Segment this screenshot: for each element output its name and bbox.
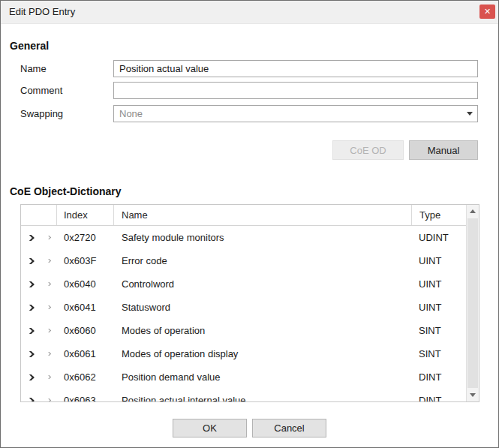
expand-cell: [21, 281, 39, 287]
table-row[interactable]: 0x6040 Controlword UINT: [21, 272, 466, 296]
expand-chevron-icon[interactable]: [26, 374, 34, 380]
close-icon: ✕: [484, 7, 491, 16]
row-type-cell: DINT: [411, 395, 466, 401]
comment-label: Comment: [20, 85, 113, 96]
table-header-row: Index Name Type: [21, 205, 466, 226]
coe-od-button[interactable]: CoE OD: [332, 140, 404, 160]
sub-expand-cell: [39, 329, 57, 332]
source-toggle-buttons: CoE OD Manual: [332, 140, 478, 160]
row-type-cell: UINT: [411, 255, 466, 266]
row-name-cell: Safety module monitors: [114, 232, 411, 243]
index-column-header[interactable]: Index: [57, 205, 114, 225]
row-name-cell: Modes of operation: [114, 325, 411, 336]
name-label: Name: [20, 63, 113, 74]
sub-expand-chevron-icon[interactable]: [45, 352, 50, 356]
chevron-down-icon: [467, 112, 473, 116]
ok-button[interactable]: OK: [173, 419, 247, 437]
expand-chevron-icon[interactable]: [26, 351, 34, 357]
sub-expand-chevron-icon[interactable]: [45, 329, 50, 332]
row-type-cell: UDINT: [411, 232, 466, 243]
expander-column-header: [21, 205, 57, 225]
general-section-title: General: [10, 40, 49, 52]
dialog-footer: OK Cancel: [1, 419, 498, 437]
expand-chevron-icon[interactable]: [26, 398, 34, 402]
expand-chevron-icon[interactable]: [26, 281, 34, 287]
table-row[interactable]: 0x6063 Position actual internal value DI…: [21, 389, 466, 401]
row-type-cell: DINT: [411, 371, 466, 383]
manual-button[interactable]: Manual: [409, 140, 478, 160]
sub-expand-chevron-icon[interactable]: [45, 259, 50, 263]
row-index-cell: 0x6061: [57, 348, 114, 359]
sub-expand-cell: [39, 236, 57, 239]
table-body: 0x2720 Safety module monitors UDINT 0x60…: [21, 226, 466, 401]
row-name-cell: Error code: [114, 255, 411, 266]
name-column-header[interactable]: Name: [114, 205, 411, 225]
vertical-scrollbar[interactable]: [466, 205, 479, 401]
edit-pdo-entry-dialog: Edit PDO Entry ✕ General Name Comment Sw…: [0, 0, 499, 448]
expand-cell: [21, 351, 39, 357]
swapping-field-row: Swapping None: [20, 105, 478, 122]
sub-expand-chevron-icon[interactable]: [45, 305, 50, 309]
comment-input[interactable]: [113, 82, 478, 99]
sub-expand-cell: [39, 282, 57, 286]
row-index-cell: 0x2720: [57, 232, 114, 243]
row-name-cell: Position actual internal value: [114, 395, 411, 401]
name-field-row: Name: [20, 60, 478, 77]
name-input[interactable]: [113, 60, 478, 77]
expand-cell: [21, 235, 39, 241]
table-row[interactable]: 0x6060 Modes of operation SINT: [21, 319, 466, 342]
row-name-cell: Controlword: [114, 278, 411, 290]
sub-expand-chevron-icon[interactable]: [45, 236, 50, 239]
swapping-selected-value: None: [119, 108, 467, 119]
row-index-cell: 0x6063: [57, 395, 114, 401]
row-index-cell: 0x6060: [57, 325, 114, 336]
row-index-cell: 0x603F: [57, 255, 114, 266]
sub-expand-cell: [39, 375, 57, 379]
dialog-title: Edit PDO Entry: [9, 1, 75, 23]
expand-cell: [21, 305, 39, 311]
sub-expand-cell: [39, 305, 57, 309]
table-row[interactable]: 0x2720 Safety module monitors UDINT: [21, 226, 466, 249]
expand-chevron-icon[interactable]: [26, 328, 34, 334]
triangle-up-icon: [470, 209, 476, 213]
row-type-cell: SINT: [411, 348, 466, 359]
row-name-cell: Modes of operation display: [114, 348, 411, 359]
sub-expand-chevron-icon[interactable]: [45, 398, 50, 401]
swapping-dropdown[interactable]: None: [113, 105, 478, 122]
table-row[interactable]: 0x6061 Modes of operation display SINT: [21, 342, 466, 365]
expand-cell: [21, 258, 39, 264]
sub-expand-chevron-icon[interactable]: [45, 375, 50, 379]
sub-expand-chevron-icon[interactable]: [45, 282, 50, 286]
table-row[interactable]: 0x6062 Position demand value DINT: [21, 365, 466, 389]
cancel-button[interactable]: Cancel: [252, 419, 326, 437]
scroll-down-button[interactable]: [467, 389, 479, 401]
scroll-up-button[interactable]: [467, 205, 479, 218]
expand-chevron-icon[interactable]: [26, 258, 34, 264]
table-content: Index Name Type 0x2720 Safety module mon…: [21, 205, 466, 401]
row-type-cell: UINT: [411, 278, 466, 290]
expand-chevron-icon[interactable]: [26, 235, 34, 241]
expand-cell: [21, 374, 39, 380]
row-index-cell: 0x6040: [57, 278, 114, 290]
row-name-cell: Position demand value: [114, 371, 411, 383]
sub-expand-cell: [39, 259, 57, 263]
expand-cell: [21, 328, 39, 334]
row-type-cell: UINT: [411, 302, 466, 313]
table-row[interactable]: 0x603F Error code UINT: [21, 249, 466, 272]
close-button[interactable]: ✕: [479, 5, 495, 19]
table-row[interactable]: 0x6041 Statusword UINT: [21, 296, 466, 319]
row-type-cell: SINT: [411, 325, 466, 336]
dictionary-section-title: CoE Object-Dictionary: [10, 185, 122, 197]
sub-expand-cell: [39, 398, 57, 401]
row-index-cell: 0x6041: [57, 302, 114, 313]
row-name-cell: Statusword: [114, 302, 411, 313]
comment-field-row: Comment: [20, 82, 478, 99]
triangle-down-icon: [470, 393, 476, 397]
expand-chevron-icon[interactable]: [26, 305, 34, 311]
expand-cell: [21, 398, 39, 402]
sub-expand-cell: [39, 352, 57, 356]
swapping-label: Swapping: [20, 108, 113, 119]
scrollbar-thumb[interactable]: [467, 218, 478, 388]
title-bar[interactable]: Edit PDO Entry ✕: [1, 1, 498, 24]
type-column-header[interactable]: Type: [411, 205, 466, 225]
